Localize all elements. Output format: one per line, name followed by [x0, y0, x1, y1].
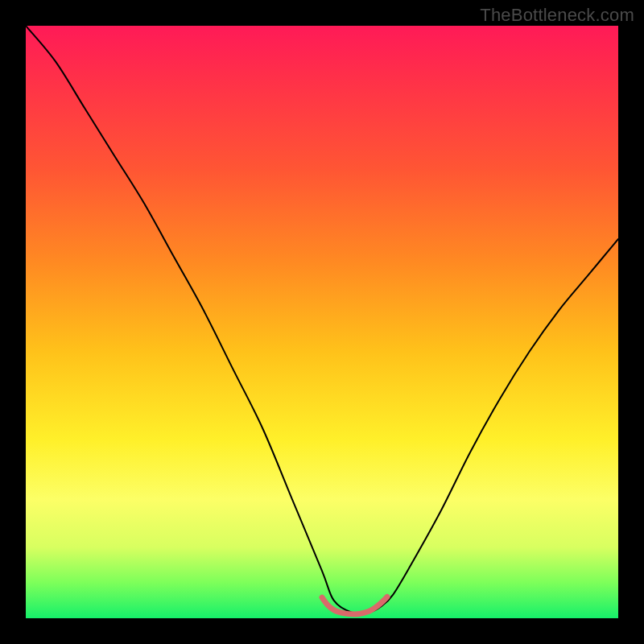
bottleneck-curve [26, 26, 618, 613]
watermark-text: TheBottleneck.com [480, 5, 634, 26]
optimum-marker [322, 597, 387, 614]
curve-layer [26, 26, 618, 618]
chart-frame: TheBottleneck.com [0, 0, 644, 644]
plot-area [26, 26, 618, 618]
